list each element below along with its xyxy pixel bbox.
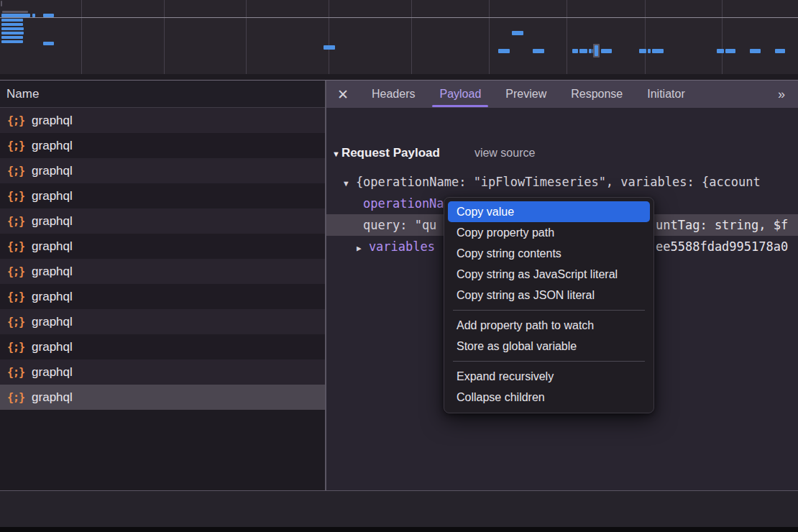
variables-value-right-fragment: ee5588fdad995178a0 [656,236,788,257]
overview-bottom-strip [0,74,798,80]
request-row-graphql[interactable]: {;}graphql [0,158,325,183]
summary-footer [0,491,798,527]
fetch-xhr-icon: {;} [7,391,24,404]
menu-item-expand-recursively[interactable]: Expand recursively [448,366,650,387]
fetch-xhr-icon: {;} [7,290,24,303]
request-timing-bar [1,14,30,17]
request-name-label: graphql [32,239,73,254]
context-menu: Copy valueCopy property pathCopy string … [444,197,654,413]
request-name-label: graphql [32,265,73,279]
query-value-right-fragment: untTag: string, $f [656,214,788,236]
fetch-xhr-icon: {;} [7,366,24,379]
request-row-graphql[interactable]: {;}graphql [0,334,325,359]
request-name-label: graphql [32,114,73,128]
section-title: Request Payload [341,146,440,160]
request-timing-bar [498,49,510,53]
menu-separator [453,310,645,311]
tabs: HeadersPayloadPreviewResponseInitiator [359,81,697,108]
fetch-xhr-icon: {;} [7,240,24,253]
request-timing-bar [1,36,23,39]
devtools-network-panel: Name {;}graphql{;}graphql{;}graphql{;}gr… [0,0,798,532]
menu-item-collapse-children[interactable]: Collapse children [448,387,650,408]
timeline-gridline [246,0,247,74]
request-row-graphql[interactable]: {;}graphql [0,208,325,234]
request-timing-bar [595,45,598,56]
name-column-header[interactable]: Name [0,81,325,108]
request-payload-section-header[interactable]: ▼ Request Payload view source [332,146,535,160]
request-timing-bar [1,23,23,26]
request-timing-bar [648,49,651,53]
tab-headers[interactable]: Headers [359,81,427,108]
tab-initiator[interactable]: Initiator [635,81,697,108]
timeline-hline [0,17,798,18]
request-name-label: graphql [32,164,73,178]
request-name-label: graphql [32,340,73,354]
request-timing-bar [1,19,23,22]
request-timing-bar [572,49,578,53]
request-row-graphql[interactable]: {;}graphql [0,309,325,334]
request-row-graphql[interactable]: {;}graphql [0,183,325,208]
menu-item-copy-string-as-javascript-literal[interactable]: Copy string as JavaScript literal [448,264,650,285]
request-row-graphql[interactable]: {;}graphql [0,133,325,158]
expand-caret-icon[interactable]: ▶ [357,244,362,253]
request-timing-bar [639,49,646,53]
close-icon[interactable]: ✕ [326,86,359,103]
menu-item-copy-value[interactable]: Copy value [448,201,650,222]
request-timing-bar [775,49,785,53]
pane-divider[interactable] [325,81,326,527]
menu-item-copy-string-contents[interactable]: Copy string contents [448,243,650,264]
request-row-graphql[interactable]: {;}graphql [0,259,325,284]
request-row-graphql[interactable]: {;}graphql [0,385,325,410]
tab-payload[interactable]: Payload [427,81,493,108]
fetch-xhr-icon: {;} [7,316,24,329]
request-timing-bar [652,49,664,53]
request-timing-bar [32,14,35,17]
root-preview-text: {operationName: "ipFlowTimeseries", vari… [356,175,761,189]
request-row-graphql[interactable]: {;}graphql [0,359,325,385]
expand-caret-icon[interactable]: ▼ [344,179,349,188]
fetch-xhr-icon: {;} [7,165,24,178]
more-tabs-icon[interactable]: » [763,87,798,102]
detail-tabbar: ✕ HeadersPayloadPreviewResponseInitiator… [326,81,798,108]
menu-item-store-as-global-variable[interactable]: Store as global variable [448,336,650,357]
menu-item-copy-string-as-json-literal[interactable]: Copy string as JSON literal [448,285,650,306]
timeline-gridline [164,0,165,74]
request-timing-bar [43,14,54,17]
request-timing-bar [1,40,23,43]
query-key-and-value-left: query: "qu [363,218,436,232]
timeline-gridline [81,0,82,74]
tab-response[interactable]: Response [559,81,635,108]
request-timing-bar [579,49,587,53]
tree-root-row[interactable]: ▼ {operationName: "ipFlowTimeseries", va… [326,171,798,193]
request-name-label: graphql [32,139,73,153]
timeline-gridline [329,0,329,74]
menu-separator [453,361,645,362]
request-row-graphql[interactable]: {;}graphql [0,284,325,309]
request-name-label: graphql [32,390,73,405]
window-bottom-edge [0,527,798,532]
fetch-xhr-icon: {;} [7,341,24,354]
request-name-label: graphql [32,365,73,380]
menu-item-add-property-path-to-watch[interactable]: Add property path to watch [448,315,650,336]
view-source-link[interactable]: view source [474,147,535,160]
property-key: variables [369,239,435,254]
request-timing-bar [324,45,335,50]
request-timing-bar [1,1,2,6]
timeline-gridline [567,0,567,74]
request-timing-bar [589,49,592,53]
request-timing-bar [1,32,24,35]
request-row-graphql[interactable]: {;}graphql [0,108,325,133]
tab-preview[interactable]: Preview [493,81,559,108]
menu-item-copy-property-path[interactable]: Copy property path [448,222,650,243]
request-name-label: graphql [32,290,73,304]
request-timing-bar [43,42,54,45]
network-overview-timeline[interactable] [0,0,798,74]
timeline-gridline [411,0,412,74]
timeline-gridline [645,0,646,74]
collapse-caret-icon[interactable]: ▼ [332,150,340,158]
request-timing-bar [725,49,735,53]
request-name-label: graphql [32,315,73,329]
request-timing-bar [1,27,24,30]
request-timing-bar [2,11,28,13]
request-row-graphql[interactable]: {;}graphql [0,234,325,259]
